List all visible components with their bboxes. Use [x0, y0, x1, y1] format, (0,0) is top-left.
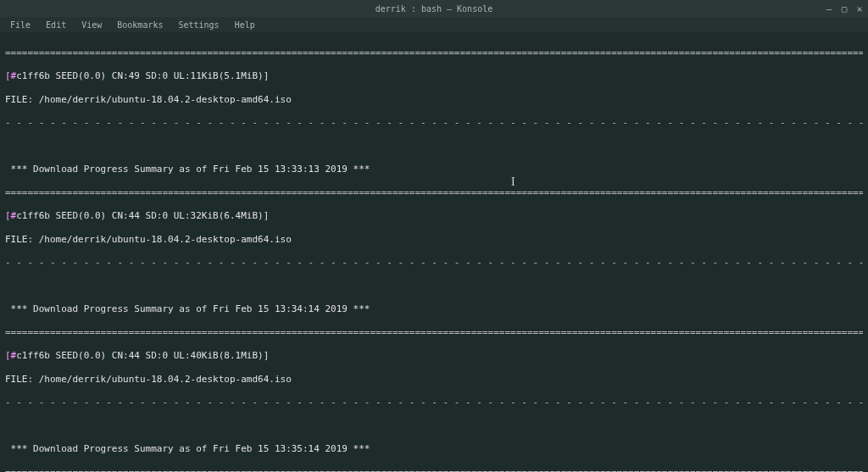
- separator-dash: - - - - - - - - - - - - - - - - - - - - …: [5, 257, 863, 269]
- separator-eq: ========================================…: [5, 187, 863, 199]
- menu-settings[interactable]: Settings: [171, 19, 225, 31]
- menu-bookmarks[interactable]: Bookmarks: [110, 19, 170, 31]
- maximize-button[interactable]: ▢: [839, 3, 849, 14]
- stat-line: [#c1ff6b SEED(0.0) CN:49 SD:0 UL:11KiB(5…: [5, 70, 863, 82]
- summary-line: *** Download Progress Summary as of Fri …: [5, 303, 863, 315]
- menu-help[interactable]: Help: [228, 19, 262, 31]
- window-title: derrik : bash — Konsole: [0, 4, 868, 14]
- terminal-output[interactable]: ========================================…: [0, 32, 868, 472]
- window-titlebar: derrik : bash — Konsole — ▢ ✕: [0, 0, 868, 17]
- summary-line: *** Download Progress Summary as of Fri …: [5, 443, 863, 455]
- menu-file[interactable]: File: [3, 19, 37, 31]
- separator-eq: ========================================…: [5, 327, 863, 339]
- stat-line: [#c1ff6b SEED(0.0) CN:44 SD:0 UL:40KiB(8…: [5, 350, 863, 362]
- file-line: FILE: /home/derrik/ubuntu-18.04.2-deskto…: [5, 234, 863, 246]
- window-controls: — ▢ ✕: [824, 3, 865, 14]
- stat-line: [#c1ff6b SEED(0.0) CN:44 SD:0 UL:32KiB(6…: [5, 210, 863, 222]
- separator-dash: - - - - - - - - - - - - - - - - - - - - …: [5, 117, 863, 129]
- blank-line: [5, 280, 863, 292]
- blank-line: [5, 141, 863, 153]
- minimize-button[interactable]: —: [824, 3, 834, 14]
- blank-line: [5, 420, 863, 432]
- summary-line: *** Download Progress Summary as of Fri …: [5, 164, 863, 175]
- menu-view[interactable]: View: [75, 19, 108, 31]
- file-line: FILE: /home/derrik/ubuntu-18.04.2-deskto…: [5, 374, 863, 386]
- menu-edit[interactable]: Edit: [39, 19, 73, 31]
- separator-eq: ========================================…: [5, 47, 863, 59]
- separator-dash: - - - - - - - - - - - - - - - - - - - - …: [5, 397, 863, 408]
- file-line: FILE: /home/derrik/ubuntu-18.04.2-deskto…: [5, 94, 863, 106]
- close-button[interactable]: ✕: [854, 3, 865, 14]
- menubar: File Edit View Bookmarks Settings Help: [0, 17, 868, 32]
- separator-eq: ========================================…: [5, 467, 863, 472]
